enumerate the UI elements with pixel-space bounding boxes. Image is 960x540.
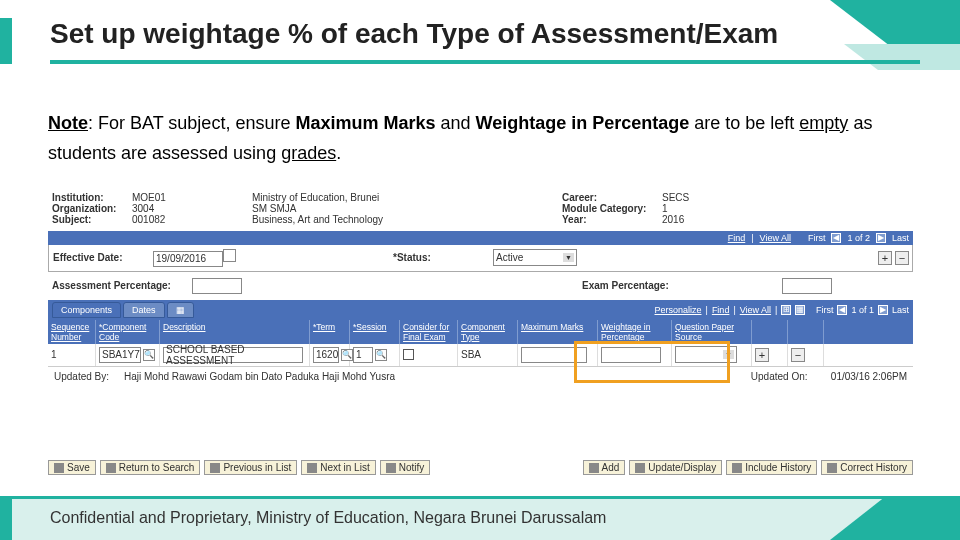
correct-icon [827,463,837,473]
tab-components[interactable]: Components [52,302,121,318]
find-link-2[interactable]: Find [712,305,730,315]
components-bar: Components Dates ▦ Personalize | Find | … [48,300,913,320]
correct-history-button[interactable]: Correct History [821,460,913,475]
update-icon [635,463,645,473]
viewall-link-2[interactable]: View All [740,305,771,315]
module-cat-label: Module Category: [562,203,662,214]
source-select[interactable] [675,346,737,363]
ministry-value: Ministry of Education, Brunei [252,192,412,203]
col-weight[interactable]: Weightage in Percentage [598,320,672,344]
header-grid: Institution: MOE01 Ministry of Education… [48,186,913,231]
prev-list-button[interactable]: Previous in List [204,460,297,475]
updated-on-label: Updated On: [751,371,831,382]
nav-bar-top: Find | View All First ◀ 1 of 2 ▶ Last [48,231,913,245]
search-icon [106,463,116,473]
school-value: SM SMJA [252,203,412,214]
return-search-button[interactable]: Return to Search [100,460,201,475]
weightage-input[interactable] [601,347,661,363]
note-label: Note [48,113,88,133]
module-cat-value: 1 [662,203,762,214]
subject-label: Subject: [52,214,132,225]
personalize-link[interactable]: Personalize [655,305,702,315]
exam-pct-input[interactable] [782,278,832,294]
year-value: 2016 [662,214,762,225]
lookup-icon[interactable]: 🔍 [375,349,387,361]
status-label: *Status: [393,252,493,263]
find-link[interactable]: Find [728,233,746,243]
download-icon[interactable]: ▦ [795,305,805,315]
table-row: 1 SBA1Y7🔍 SCHOOL BASED ASSESSMENT 1620🔍 … [48,344,913,366]
subject-name: Business, Art and Technology [252,214,412,225]
app-panel: Institution: MOE01 Ministry of Education… [48,186,913,456]
footer-text: Confidential and Proprietary, Ministry o… [50,509,606,527]
delete-component-button[interactable]: − [791,348,805,362]
toolbar: Save Return to Search Previous in List N… [48,460,913,475]
session-input[interactable]: 1 [353,347,373,363]
lookup-icon[interactable]: 🔍 [143,349,155,361]
save-button[interactable]: Save [48,460,96,475]
zoom-icon[interactable]: ⊞ [781,305,791,315]
title-bar: Set up weightage % of each Type of Asses… [50,18,920,64]
next-arrow-2-icon[interactable]: ▶ [878,305,888,315]
col-desc[interactable]: Description [160,320,310,344]
page-title: Set up weightage % of each Type of Asses… [50,18,778,50]
institution-value: MOE01 [132,192,252,203]
next-list-button[interactable]: Next in List [301,460,375,475]
col-seq[interactable]: Sequence Number [48,320,96,344]
note-paragraph: Note: For BAT subject, ensure Maximum Ma… [48,108,920,168]
eff-date-input[interactable]: 19/09/2016 [153,251,223,267]
viewall-link[interactable]: View All [760,233,791,243]
term-input[interactable]: 1620 [313,347,339,363]
footer: Confidential and Proprietary, Ministry o… [0,496,960,540]
col-source[interactable]: Question Paper Source [672,320,752,344]
effective-row: Effective Date: 19/09/2016 *Status: Acti… [48,245,913,272]
add-icon [589,463,599,473]
prev-icon [210,463,220,473]
tab-dates[interactable]: Dates [123,302,165,318]
updated-on-value: 01/03/16 2:06PM [831,371,907,382]
prev-arrow-2-icon[interactable]: ◀ [837,305,847,315]
history-icon [732,463,742,473]
tab-expand-icon[interactable]: ▦ [167,302,194,318]
col-session[interactable]: *Session [350,320,400,344]
table-header: Sequence Number *Component Code Descript… [48,320,913,344]
code-input[interactable]: SBA1Y7 [99,347,141,363]
col-max[interactable]: Maximum Marks [518,320,598,344]
year-label: Year: [562,214,662,225]
subject-value: 001082 [132,214,252,225]
consider-checkbox[interactable] [403,349,414,360]
col-consider[interactable]: Consider for Final Exam [400,320,458,344]
career-value: SECS [662,192,762,203]
status-select[interactable]: Active [493,249,577,266]
delete-row-button[interactable]: − [895,251,909,265]
update-button[interactable]: Update/Display [629,460,722,475]
include-history-button[interactable]: Include History [726,460,817,475]
percentage-row: Assessment Percentage: Exam Percentage: [48,272,913,300]
prev-arrow-icon[interactable]: ◀ [831,233,841,243]
updated-by-label: Updated By: [54,371,124,382]
add-row-button[interactable]: + [878,251,892,265]
save-icon [54,463,64,473]
institution-label: Institution: [52,192,132,203]
exam-pct-label: Exam Percentage: [582,280,782,291]
career-label: Career: [562,192,662,203]
cell-seq: 1 [51,349,57,360]
col-code[interactable]: *Component Code [96,320,160,344]
notify-button[interactable]: Notify [380,460,431,475]
max-marks-input[interactable] [521,347,587,363]
pos-text: 1 of 2 [847,233,870,243]
col-type[interactable]: Component Type [458,320,518,344]
calendar-icon[interactable] [223,249,236,262]
add-button[interactable]: Add [583,460,626,475]
organization-label: Organization: [52,203,132,214]
assess-pct-input[interactable] [192,278,242,294]
eff-date-label: Effective Date: [53,252,153,263]
next-arrow-icon[interactable]: ▶ [876,233,886,243]
assess-pct-label: Assessment Percentage: [52,280,192,291]
organization-value: 3004 [132,203,252,214]
desc-input[interactable]: SCHOOL BASED ASSESSMENT [163,347,303,363]
updated-row: Updated By: Haji Mohd Rawawi Godam bin D… [48,366,913,386]
col-term[interactable]: *Term [310,320,350,344]
add-component-button[interactable]: + [755,348,769,362]
next-icon [307,463,317,473]
